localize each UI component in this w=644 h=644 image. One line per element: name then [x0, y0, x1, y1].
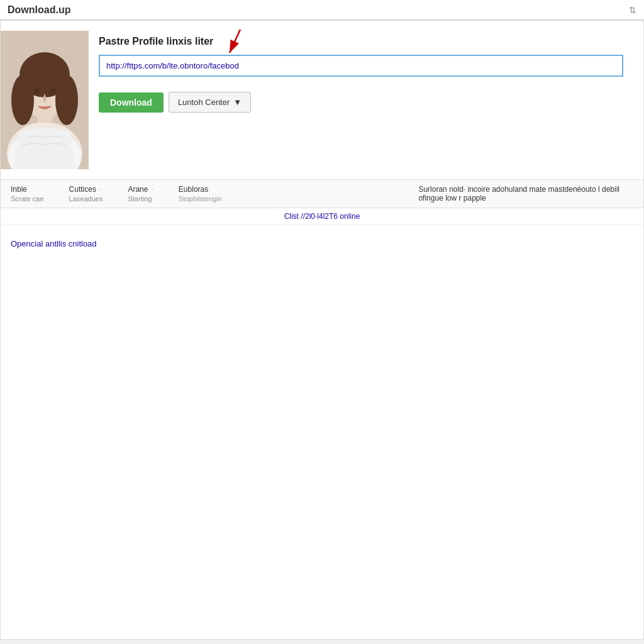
- footer-area: Opencial antllis cnitload: [1, 225, 643, 262]
- top-bar: Download.up ⇅: [0, 0, 644, 20]
- nav-sub-2: Laseadues: [69, 195, 103, 203]
- dropdown-arrow-icon: ▼: [233, 97, 242, 107]
- nav-main-1: Inble: [11, 185, 44, 194]
- svg-point-8: [50, 89, 56, 94]
- url-input-wrapper: [99, 55, 623, 77]
- svg-point-6: [55, 75, 78, 125]
- app-title: Download.up: [8, 4, 629, 16]
- nav-sub-3: Starting: [128, 195, 153, 203]
- nav-sub-4: Stophilstengin: [179, 195, 394, 203]
- header-section: Pastre Profile linxis liter Download: [1, 21, 643, 180]
- header-content: Pastre Profile linxis liter Download: [89, 31, 633, 118]
- nav-col-4: Eubloras Stophilstengin: [179, 185, 394, 203]
- status-line: Clist //2l0·l4l2T6 online: [1, 208, 643, 225]
- svg-point-7: [33, 89, 40, 94]
- nav-main-2: Cuttices ·: [69, 185, 103, 194]
- dropdown-label: Luntoh Center: [178, 97, 230, 107]
- nav-sub-1: Scrate cae: [11, 195, 44, 203]
- url-input[interactable]: [99, 55, 623, 77]
- status-text: Clist //2l0·l4l2T6 online: [284, 212, 360, 221]
- paste-profile-title: Pastre Profile linxis liter: [99, 36, 623, 47]
- download-button[interactable]: Download: [99, 92, 164, 113]
- description-main: Surloran nold· incoire adohuland mate ma…: [418, 185, 619, 203]
- footer-link[interactable]: Opencial antllis cnitload: [11, 239, 97, 248]
- profile-photo: [1, 31, 89, 169]
- main-panel: Pastre Profile linxis liter Download: [0, 20, 644, 640]
- svg-point-5: [11, 75, 34, 125]
- info-bar: Inble Scrate cae Cuttices · Laseadues Ar…: [1, 180, 643, 208]
- description-col: Surloran nold· incoire adohuland mate ma…: [418, 185, 633, 203]
- buttons-row: Download Luntoh Center ▼: [99, 92, 623, 113]
- dropdown-button[interactable]: Luntoh Center ▼: [169, 92, 251, 113]
- nav-col-3: Arane · Starting: [128, 185, 153, 203]
- nav-col-1: Inble Scrate cae: [11, 185, 44, 203]
- nav-col-2: Cuttices · Laseadues: [69, 185, 103, 203]
- nav-main-3: Arane ·: [128, 185, 153, 194]
- nav-main-4: Eubloras: [179, 185, 394, 194]
- resize-icon: ⇅: [629, 5, 636, 15]
- content-area: [1, 262, 643, 639]
